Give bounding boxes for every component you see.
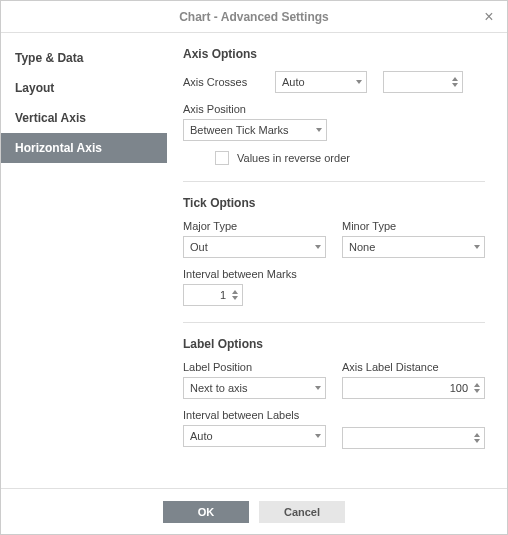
sidebar-item-label: Vertical Axis [15, 111, 86, 125]
chevron-down-icon [315, 434, 321, 438]
interval-marks-label: Interval between Marks [183, 268, 327, 280]
sidebar-item-label: Horizontal Axis [15, 141, 102, 155]
sidebar-item-type-data[interactable]: Type & Data [1, 43, 167, 73]
dialog-title: Chart - Advanced Settings [179, 10, 329, 24]
titlebar: Chart - Advanced Settings × [1, 1, 507, 33]
interval-labels-label: Interval between Labels [183, 409, 326, 421]
footer: OK Cancel [1, 488, 507, 534]
axis-crosses-value-input[interactable] [383, 71, 463, 93]
divider [183, 322, 485, 323]
section-tick-options: Tick Options [183, 196, 485, 210]
interval-marks-input[interactable]: 1 [183, 284, 243, 306]
section-label-options: Label Options [183, 337, 485, 351]
chevron-down-icon [356, 80, 362, 84]
sidebar-item-label: Layout [15, 81, 54, 95]
axis-label-distance-label: Axis Label Distance [342, 361, 485, 373]
axis-label-distance-input[interactable]: 100 [342, 377, 485, 399]
cancel-button[interactable]: Cancel [259, 501, 345, 523]
reverse-order-checkbox[interactable] [215, 151, 229, 165]
axis-position-select[interactable]: Between Tick Marks [183, 119, 327, 141]
label-position-label: Label Position [183, 361, 326, 373]
sidebar-item-label: Type & Data [15, 51, 83, 65]
content: Axis Options Axis Crosses Auto [167, 33, 507, 488]
major-type-label: Major Type [183, 220, 326, 232]
dialog-body: Type & Data Layout Vertical Axis Horizon… [1, 33, 507, 488]
sidebar: Type & Data Layout Vertical Axis Horizon… [1, 33, 167, 488]
minor-type-select[interactable]: None [342, 236, 485, 258]
close-icon: × [484, 8, 493, 26]
interval-labels-select[interactable]: Auto [183, 425, 326, 447]
minor-type-label: Minor Type [342, 220, 485, 232]
major-type-select[interactable]: Out [183, 236, 326, 258]
axis-position-label: Axis Position [183, 103, 327, 115]
chevron-down-icon [315, 386, 321, 390]
spinner-icon [474, 383, 480, 393]
sidebar-item-horizontal-axis[interactable]: Horizontal Axis [1, 133, 167, 163]
dialog: Chart - Advanced Settings × Type & Data … [0, 0, 508, 535]
ok-button[interactable]: OK [163, 501, 249, 523]
chevron-down-icon [316, 128, 322, 132]
spinner-icon [232, 290, 238, 300]
chevron-down-icon [474, 245, 480, 249]
divider [183, 181, 485, 182]
sidebar-item-layout[interactable]: Layout [1, 73, 167, 103]
axis-crosses-label: Axis Crosses [183, 76, 259, 88]
chevron-down-icon [315, 245, 321, 249]
close-button[interactable]: × [479, 7, 499, 27]
interval-labels-value-input[interactable] [342, 427, 485, 449]
reverse-order-label: Values in reverse order [237, 152, 350, 164]
label-position-select[interactable]: Next to axis [183, 377, 326, 399]
axis-crosses-select[interactable]: Auto [275, 71, 367, 93]
section-axis-options: Axis Options [183, 47, 485, 61]
spinner-icon [474, 433, 480, 443]
sidebar-item-vertical-axis[interactable]: Vertical Axis [1, 103, 167, 133]
spinner-icon [452, 77, 458, 87]
